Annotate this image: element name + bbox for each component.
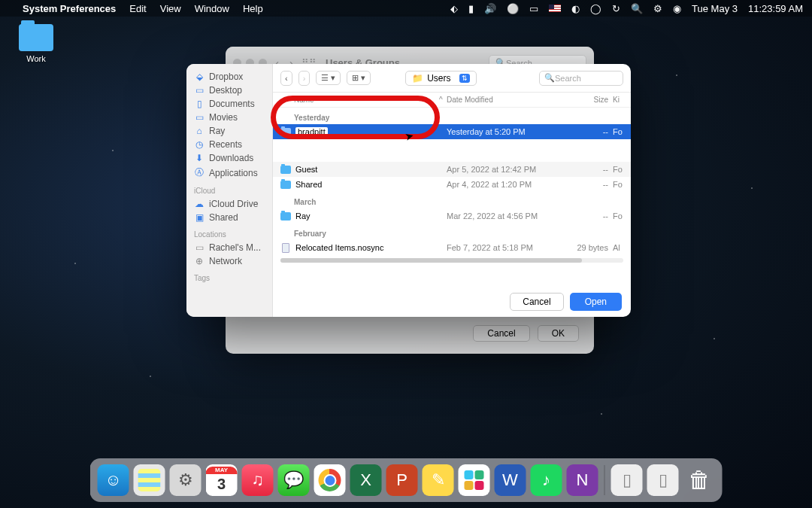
dock-onenote[interactable]: N [567, 464, 598, 496]
dock-launchpad[interactable] [134, 464, 165, 496]
bluetooth-menuextra-icon[interactable]: ⚪ [507, 3, 519, 14]
file-row[interactable]: GuestApr 5, 2022 at 12:42 PM--Fo [273, 162, 631, 177]
file-size: -- [567, 180, 608, 189]
file-row[interactable]: RayMar 22, 2022 at 4:56 PM--Fo [273, 208, 631, 224]
finder-sidebar: ⬙Dropbox ▭Desktop ▯Documents ▭Movies ⌂Ra… [186, 64, 273, 317]
column-size[interactable]: Size [567, 96, 608, 104]
cloud-icon: ☁ [194, 199, 205, 209]
user-menuextra-icon[interactable]: ◯ [590, 3, 601, 14]
spotlight-icon[interactable]: 🔍 [631, 3, 643, 14]
file-kind: Fo [608, 165, 623, 174]
dock-finder[interactable]: ☺ [98, 464, 129, 496]
menubar-time[interactable]: 11:23:59 AM [748, 3, 803, 14]
dock-powerpoint[interactable]: P [386, 464, 418, 496]
sidebar-section-tags: Tags [194, 274, 265, 282]
siri-icon[interactable]: ◉ [673, 3, 681, 14]
horizontal-scrollbar[interactable] [280, 258, 623, 263]
sidebar-item-ray[interactable]: ⌂Ray [191, 124, 268, 138]
downloads-icon: ⬇ [194, 153, 205, 163]
folder-label: Work [14, 54, 59, 63]
sidebar-item-downloads[interactable]: ⬇Downloads [191, 151, 268, 165]
sidebar-item-desktop[interactable]: ▭Desktop [191, 84, 268, 97]
column-date[interactable]: Date Modified [447, 96, 567, 104]
dock-messages[interactable]: 💬 [278, 464, 310, 496]
menu-window[interactable]: Window [195, 3, 229, 14]
path-label: Users [427, 73, 450, 84]
file-name: Shared [295, 180, 322, 189]
input-source-icon[interactable] [549, 5, 561, 12]
back-button[interactable]: ‹ [280, 71, 292, 86]
open-button[interactable]: Open [570, 293, 622, 311]
file-kind: Fo [608, 211, 623, 221]
view-group-button[interactable]: ⊞ ▾ [347, 71, 371, 85]
folder-icon [280, 128, 291, 136]
syspref-cancel-button[interactable]: Cancel [473, 325, 529, 342]
desktop-folder-work[interactable]: Work [14, 24, 59, 63]
file-row[interactable]: Relocated Items.nosyncFeb 7, 2022 at 5:1… [273, 240, 631, 255]
sidebar-item-recents[interactable]: ◷Recents [191, 138, 268, 151]
sidebar-item-applications[interactable]: ⒶApplications [191, 165, 268, 181]
section-label: Yesterday [273, 108, 631, 124]
movies-icon: ▭ [194, 112, 205, 123]
sidebar-item-shared[interactable]: ▣Shared [191, 211, 268, 224]
battery-menuextra-icon[interactable]: ▮ [468, 3, 474, 14]
documents-icon: ▯ [194, 99, 205, 109]
dropbox-icon: ⬙ [194, 71, 205, 82]
network-icon: ⊕ [194, 256, 205, 266]
menu-view[interactable]: View [160, 3, 181, 14]
file-kind: Fo [608, 180, 623, 189]
file-row[interactable]: bradpittYesterday at 5:20 PM--Fo [273, 124, 631, 139]
menu-edit[interactable]: Edit [129, 3, 146, 14]
menubar: System Preferences Edit View Window Help… [0, 0, 812, 17]
file-size: -- [567, 127, 608, 136]
control-center-icon[interactable]: ⚙ [653, 3, 662, 14]
file-name: Ray [295, 211, 311, 221]
file-kind: Al [608, 243, 623, 252]
app-menu[interactable]: System Preferences [23, 3, 116, 14]
timemachine-menuextra-icon[interactable]: ↻ [612, 3, 620, 14]
file-name: Relocated Items.nosync [295, 243, 383, 252]
file-size: 29 bytes [567, 243, 608, 252]
sidebar-item-icloud-drive[interactable]: ☁iCloud Drive [191, 197, 268, 211]
dock-excel[interactable]: X [350, 464, 382, 496]
dropbox-menuextra-icon[interactable]: ⬖ [450, 3, 458, 14]
dock-system-preferences[interactable]: ⚙ [170, 464, 201, 496]
battery-status-icon[interactable]: ▭ [529, 3, 538, 14]
dock-slack[interactable] [459, 464, 490, 496]
column-name[interactable]: Name [280, 96, 439, 104]
path-dropdown[interactable]: 📁 Users ⇅ [405, 71, 476, 86]
dock-word[interactable]: W [495, 464, 526, 496]
dock-notes[interactable]: ✎ [423, 464, 454, 496]
finder-search[interactable]: 🔍 Search [539, 71, 623, 86]
menubar-date[interactable]: Tue May 3 [692, 3, 738, 14]
menu-help[interactable]: Help [243, 3, 263, 14]
dock-music[interactable]: ♫ [242, 464, 274, 496]
dock-recent-doc[interactable]: ▯ [611, 464, 643, 496]
dock-chrome[interactable] [314, 464, 346, 496]
file-name[interactable]: bradpitt [295, 127, 328, 136]
dock-spotify[interactable]: ♪ [531, 464, 562, 496]
dock-recent-doc[interactable]: ▯ [647, 464, 679, 496]
file-row[interactable]: SharedApr 4, 2022 at 1:20 PM--Fo [273, 177, 631, 192]
desktop-icon: ▭ [194, 85, 205, 96]
dock-trash[interactable]: 🗑 [683, 464, 715, 496]
column-headers[interactable]: Name ^ Date Modified Size Ki [273, 93, 631, 108]
file-date: Apr 5, 2022 at 12:42 PM [447, 165, 567, 174]
syspref-ok-button[interactable]: OK [538, 325, 579, 342]
dock-calendar[interactable]: MAY3 [206, 464, 238, 496]
folder-icon [280, 166, 291, 174]
sidebar-item-network[interactable]: ⊕Network [191, 254, 268, 268]
cancel-button[interactable]: Cancel [510, 293, 563, 311]
sidebar-item-this-mac[interactable]: ▭Rachel's M... [191, 241, 268, 254]
view-list-button[interactable]: ☰ ▾ [316, 71, 341, 85]
laptop-icon: ▭ [194, 242, 205, 253]
finder-open-dialog: ⬙Dropbox ▭Desktop ▯Documents ▭Movies ⌂Ra… [186, 64, 631, 317]
volume-menuextra-icon[interactable]: 🔊 [484, 3, 496, 14]
column-kind[interactable]: Ki [608, 96, 623, 104]
sidebar-item-movies[interactable]: ▭Movies [191, 111, 268, 124]
file-date: Mar 22, 2022 at 4:56 PM [447, 211, 567, 221]
sidebar-item-dropbox[interactable]: ⬙Dropbox [191, 70, 268, 84]
wifi-menuextra-icon[interactable]: ◐ [571, 3, 580, 14]
forward-button[interactable]: › [298, 71, 311, 86]
sidebar-item-documents[interactable]: ▯Documents [191, 97, 268, 111]
